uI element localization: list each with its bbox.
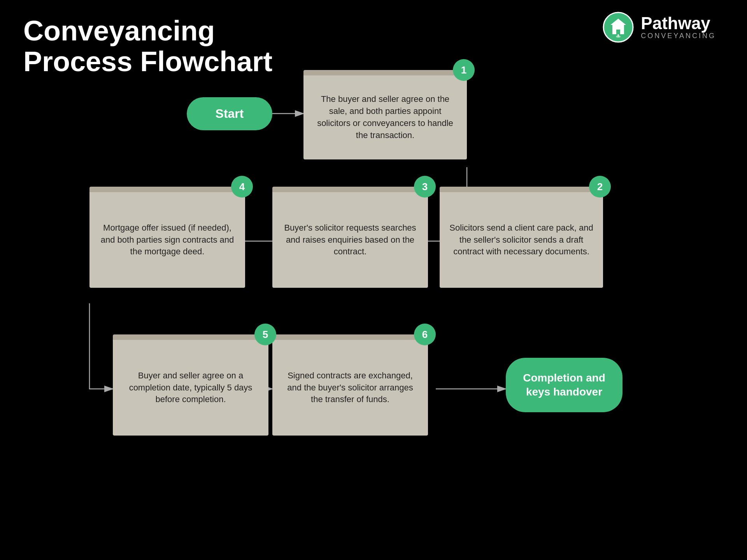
node-5: Buyer and seller agree on a completion d…: [113, 334, 268, 436]
node-1: The buyer and seller agree on the sale, …: [303, 70, 467, 159]
node-2-number: 2: [589, 176, 611, 198]
node-6-header: [272, 334, 428, 340]
node-1-number: 1: [453, 59, 475, 81]
node-4-header: [89, 187, 245, 192]
logo-text: Pathway CONVEYANCING: [641, 15, 716, 40]
node-6: Signed contracts are exchanged, and the …: [272, 334, 428, 436]
end-node: Completion and keys handover: [506, 358, 622, 412]
pathway-logo-icon: [603, 12, 634, 43]
node-2: Solicitors send a client care pack, and …: [440, 187, 603, 288]
start-node: Start: [187, 97, 272, 130]
node-3: Buyer's solicitor requests searches and …: [272, 187, 428, 288]
node-3-header: [272, 187, 428, 192]
node-6-number: 6: [414, 324, 436, 345]
page-title: Conveyancing Process Flowchart: [23, 16, 272, 77]
node-3-number: 3: [414, 176, 436, 198]
node-2-header: [440, 187, 603, 192]
node-4-number: 4: [231, 176, 253, 198]
logo: Pathway CONVEYANCING: [603, 12, 716, 43]
node-5-number: 5: [254, 324, 276, 345]
node-5-header: [113, 334, 268, 340]
node-4: Mortgage offer issued (if needed), and b…: [89, 187, 245, 288]
node-1-header: [303, 70, 467, 75]
